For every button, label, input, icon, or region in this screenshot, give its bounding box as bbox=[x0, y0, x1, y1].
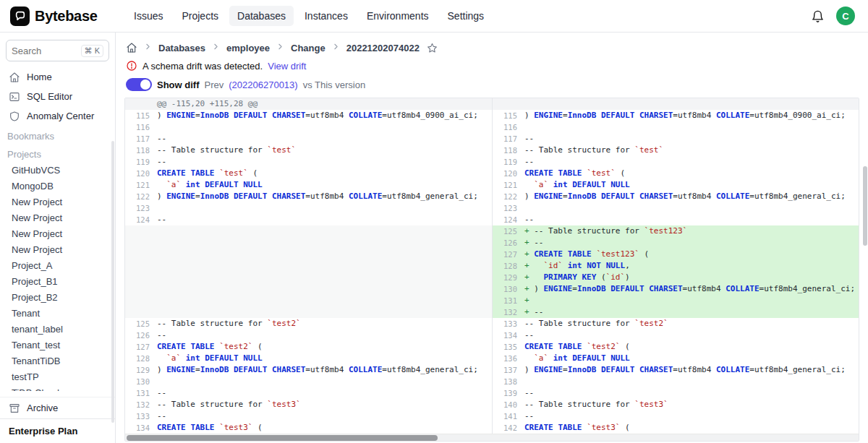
sidebar-section-projects[interactable]: Projects bbox=[0, 144, 115, 162]
sidebar-project-tenant-label[interactable]: tenant_label bbox=[0, 321, 115, 337]
line-code: -- bbox=[524, 156, 859, 168]
chevron-right-icon bbox=[211, 42, 221, 53]
line-code: -- bbox=[157, 387, 492, 399]
diff-line: 129) ENGINE=InnoDB DEFAULT CHARSET=utf8m… bbox=[125, 364, 492, 376]
topbar-right: C bbox=[811, 7, 858, 25]
sidebar-project-tidb-cloud[interactable]: TiDB Cloud bbox=[0, 384, 115, 391]
line-code: + bbox=[524, 295, 859, 306]
home-icon[interactable] bbox=[126, 42, 137, 53]
line-code: -- Table structure for `test2` bbox=[157, 318, 492, 330]
line-code: + PRIMARY KEY (`id`) bbox=[524, 272, 859, 283]
line-number bbox=[125, 249, 157, 260]
sidebar-project-new-project[interactable]: New Project bbox=[0, 225, 115, 241]
line-code: + `id` int NOT NULL, bbox=[524, 260, 859, 272]
prev-version-link[interactable]: (202206270013) bbox=[229, 79, 297, 90]
sidebar-item-anomaly-center[interactable]: Anomaly Center bbox=[0, 106, 115, 126]
sidebar-project-project-a[interactable]: Project_A bbox=[0, 257, 115, 273]
avatar[interactable]: C bbox=[836, 7, 855, 25]
top-nav-instances[interactable]: Instances bbox=[297, 6, 356, 26]
sidebar-project-new-project[interactable]: New Project bbox=[0, 241, 115, 257]
diff-line: 126+ -- bbox=[493, 237, 859, 249]
line-number: 133 bbox=[125, 410, 157, 422]
top-nav-settings[interactable]: Settings bbox=[440, 6, 493, 26]
horizontal-scrollbar[interactable] bbox=[125, 434, 859, 441]
breadcrumb-item-change[interactable]: Change bbox=[291, 43, 326, 53]
sidebar-project-tenanttidb[interactable]: TenantTiDB bbox=[0, 353, 115, 369]
diff-line: 115) ENGINE=InnoDB DEFAULT CHARSET=utf8m… bbox=[493, 110, 859, 121]
vs-label: vs This version bbox=[303, 79, 365, 90]
diff-line: 117-- bbox=[493, 133, 859, 145]
layout: ⌘ K HomeSQL EditorAnomaly CenterBookmark… bbox=[0, 33, 868, 443]
top-nav: IssuesProjectsDatabasesInstancesEnvironm… bbox=[126, 6, 805, 26]
brand[interactable]: Bytebase bbox=[10, 7, 120, 26]
line-number bbox=[125, 283, 157, 295]
line-number: 142 bbox=[493, 422, 524, 434]
search-box[interactable]: ⌘ K bbox=[6, 40, 109, 61]
sidebar-section-bookmarks[interactable]: Bookmarks bbox=[0, 126, 115, 144]
sidebar-item-sql-editor[interactable]: SQL Editor bbox=[0, 87, 115, 106]
line-code: -- bbox=[157, 156, 492, 168]
shield-icon bbox=[9, 111, 20, 122]
breadcrumb-item-databases[interactable]: Databases bbox=[158, 43, 205, 53]
line-code: + -- bbox=[524, 306, 859, 318]
sidebar-project-mongodb[interactable]: MongoDB bbox=[0, 178, 115, 194]
line-code: -- Table structure for `test2` bbox=[524, 318, 859, 330]
line-number: 116 bbox=[125, 121, 157, 133]
diff-line: 125+ -- Table structure for `test123` bbox=[493, 225, 859, 237]
sidebar-project-new-project[interactable]: New Project bbox=[0, 194, 115, 210]
sidebar-project-project-b2[interactable]: Project_B2 bbox=[0, 289, 115, 305]
sidebar-project-tenant[interactable]: Tenant bbox=[0, 305, 115, 321]
notification-bell-icon[interactable] bbox=[811, 9, 825, 23]
diff-line: 127+ CREATE TABLE `test123` ( bbox=[493, 249, 859, 260]
top-nav-environments[interactable]: Environments bbox=[359, 6, 437, 26]
line-code: ) ENGINE=InnoDB DEFAULT CHARSET=utf8mb4 … bbox=[524, 191, 859, 202]
diff-line: 134CREATE TABLE `test3` ( bbox=[125, 422, 492, 434]
sidebar-project-tenant-test[interactable]: Tenant_test bbox=[0, 337, 115, 353]
plan-label[interactable]: Enterprise Plan bbox=[0, 419, 115, 443]
sidebar-scrollbar[interactable] bbox=[111, 141, 114, 423]
line-code: -- Table structure for `test3` bbox=[157, 399, 492, 410]
vertical-scrollbar-thumb[interactable] bbox=[863, 166, 867, 246]
sidebar-project-project-b1[interactable]: Project_B1 bbox=[0, 273, 115, 289]
line-number: 119 bbox=[125, 156, 157, 168]
line-code bbox=[157, 260, 492, 272]
line-code: ) ENGINE=InnoDB DEFAULT CHARSET=utf8mb4 … bbox=[524, 110, 859, 121]
top-bar: Bytebase IssuesProjectsDatabasesInstance… bbox=[0, 0, 868, 33]
diff-line: 117-- bbox=[125, 133, 492, 145]
breadcrumb-item-20221202074022[interactable]: 20221202074022 bbox=[346, 43, 420, 53]
diff-line: 136 `a` int DEFAULT NULL bbox=[493, 353, 859, 364]
diff-line bbox=[125, 306, 492, 318]
show-diff-toggle[interactable] bbox=[126, 78, 152, 91]
line-number: 126 bbox=[125, 330, 157, 341]
diff-line: 125-- Table structure for `test2` bbox=[125, 318, 492, 330]
top-nav-projects[interactable]: Projects bbox=[174, 6, 226, 26]
diff-line: 133-- Table structure for `test2` bbox=[493, 318, 859, 330]
search-input[interactable] bbox=[12, 46, 74, 56]
sidebar-project-new-project[interactable]: New Project bbox=[0, 210, 115, 225]
line-number: 129 bbox=[125, 364, 157, 376]
horizontal-scrollbar-thumb[interactable] bbox=[127, 435, 438, 441]
terminal-icon bbox=[9, 91, 20, 103]
diff-line: 115) ENGINE=InnoDB DEFAULT CHARSET=utf8m… bbox=[125, 110, 492, 121]
diff-line: 139-- bbox=[493, 387, 859, 399]
line-number: 118 bbox=[493, 145, 524, 156]
top-nav-databases[interactable]: Databases bbox=[229, 6, 294, 26]
sidebar-item-home[interactable]: Home bbox=[0, 67, 115, 87]
main-content: DatabasesemployeeChange20221202074022 A … bbox=[116, 33, 868, 443]
star-icon[interactable] bbox=[427, 43, 438, 53]
diff-line bbox=[125, 237, 492, 249]
diff-line: 119-- bbox=[125, 156, 492, 168]
diff-line: 134-- bbox=[493, 330, 859, 341]
line-number bbox=[125, 295, 157, 306]
view-drift-link[interactable]: View drift bbox=[268, 61, 306, 72]
breadcrumb-item-employee[interactable]: employee bbox=[226, 43, 270, 53]
top-nav-issues[interactable]: Issues bbox=[126, 6, 171, 26]
sidebar-project-githubvcs[interactable]: GitHubVCS bbox=[0, 162, 115, 178]
line-number: 127 bbox=[493, 249, 524, 260]
diff-line bbox=[125, 295, 492, 306]
diff-line: 128 `a` int DEFAULT NULL bbox=[125, 353, 492, 364]
sidebar-item-archive[interactable]: Archive bbox=[0, 397, 115, 418]
line-number: 130 bbox=[493, 283, 524, 295]
sidebar-project-testtp[interactable]: testTP bbox=[0, 369, 115, 384]
diff-line: 116 bbox=[125, 121, 492, 133]
